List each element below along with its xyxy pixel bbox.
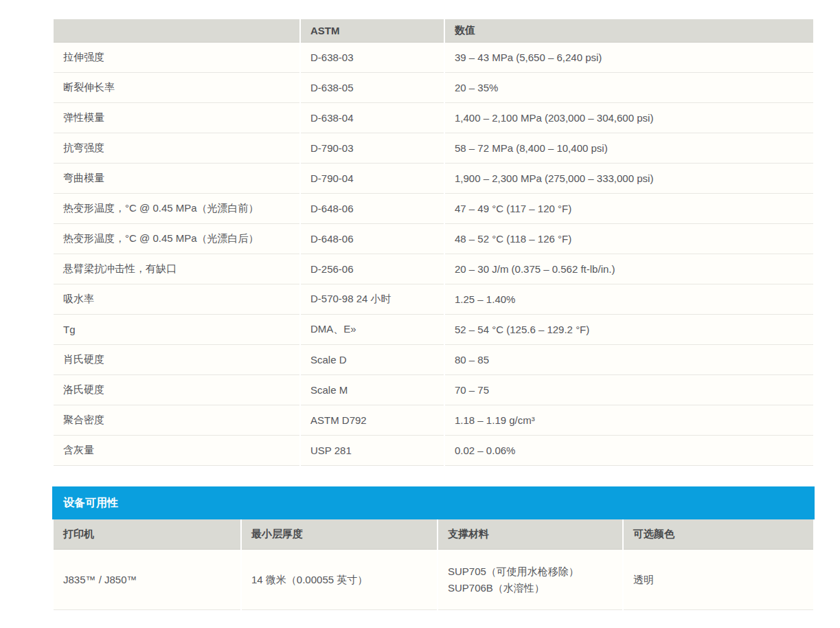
value-cell: 0.02 – 0.06% (445, 436, 813, 466)
value-cell: 1,400 – 2,100 MPa (203,000 – 304,600 psi… (445, 103, 813, 133)
astm-cell: USP 281 (301, 436, 444, 466)
printer-column-header: 打印机 (54, 519, 240, 550)
table-row: 含灰量USP 2810.02 – 0.06% (54, 436, 813, 466)
value-cell: 70 – 75 (445, 375, 813, 405)
astm-cell: D-256-06 (301, 254, 444, 284)
support-material-column-header: 支撑材料 (438, 519, 622, 550)
table-row: TgDMA、E»52 – 54 °C (125.6 – 129.2 °F) (54, 315, 813, 345)
astm-cell: D-648-06 (301, 224, 444, 254)
table-row: 断裂伸长率D-638-0520 – 35% (54, 73, 813, 103)
table-row: 热变形温度，°C @ 0.45 MPa（光漂白前）D-648-0647 – 49… (54, 194, 813, 224)
astm-cell: Scale M (301, 375, 444, 405)
astm-column-header: ASTM (301, 19, 444, 43)
table-row: 悬臂梁抗冲击性，有缺口D-256-0620 – 30 J/m (0.375 – … (54, 254, 813, 284)
property-column-header (54, 19, 299, 43)
value-cell: 1.18 – 1.19 g/cm³ (445, 405, 813, 436)
property-name-cell: 抗弯强度 (54, 133, 299, 164)
astm-cell: D-638-04 (301, 103, 444, 133)
table-row: J835™ / J850™14 微米（0.00055 英寸）SUP705（可使用… (54, 550, 813, 610)
table-row: 洛氏硬度Scale M70 – 75 (54, 375, 813, 405)
value-cell: 1,900 – 2,300 MPa (275,000 – 333,000 psi… (445, 164, 813, 194)
value-cell: 80 – 85 (445, 345, 813, 375)
astm-cell: D-570-98 24 小时 (301, 284, 444, 315)
property-name-cell: 拉伸强度 (54, 43, 299, 73)
astm-cell: D-790-03 (301, 133, 444, 164)
value-cell: 20 – 35% (445, 73, 813, 103)
table-row: 拉伸强度D-638-0339 – 43 MPa (5,650 – 6,240 p… (54, 43, 813, 73)
table-row: 肖氏硬度Scale D80 – 85 (54, 345, 813, 375)
value-cell: 20 – 30 J/m (0.375 – 0.562 ft-lb/in.) (445, 254, 813, 284)
colors-cell: 透明 (624, 550, 813, 610)
value-cell: 58 – 72 MPa (8,400 – 10,400 psi) (445, 133, 813, 164)
colors-column-header: 可选颜色 (624, 519, 813, 550)
section-spacer (52, 466, 815, 486)
properties-table-body: 拉伸强度D-638-0339 – 43 MPa (5,650 – 6,240 p… (54, 43, 813, 466)
property-name-cell: 悬臂梁抗冲击性，有缺口 (54, 254, 299, 284)
properties-header-row: ASTM 数值 (54, 19, 813, 43)
equipment-availability-table: 打印机 最小层厚度 支撑材料 可选颜色 J835™ / J850™14 微米（0… (52, 519, 815, 610)
table-row: 弯曲模量D-790-041,900 – 2,300 MPa (275,000 –… (54, 164, 813, 194)
table-row: 热变形温度，°C @ 0.45 MPa（光漂白后）D-648-0648 – 52… (54, 224, 813, 254)
material-properties-table: ASTM 数值 拉伸强度D-638-0339 – 43 MPa (5,650 –… (52, 19, 815, 466)
availability-section-title: 设备可用性 (63, 496, 118, 511)
astm-cell: D-648-06 (301, 194, 444, 224)
min-layer-cell: 14 微米（0.00055 英寸） (242, 550, 437, 610)
property-name-cell: 弯曲模量 (54, 164, 299, 194)
availability-section-header: 设备可用性 (52, 486, 815, 519)
astm-cell: D-638-03 (301, 43, 444, 73)
datasheet-page: ASTM 数值 拉伸强度D-638-0339 – 43 MPa (5,650 –… (52, 19, 815, 610)
value-column-header: 数值 (445, 19, 813, 43)
table-row: 吸水率D-570-98 24 小时1.25 – 1.40% (54, 284, 813, 315)
property-name-cell: 吸水率 (54, 284, 299, 315)
property-name-cell: 热变形温度，°C @ 0.45 MPa（光漂白后） (54, 224, 299, 254)
property-name-cell: 断裂伸长率 (54, 73, 299, 103)
property-name-cell: 肖氏硬度 (54, 345, 299, 375)
support-material-line: SUP706B（水溶性） (448, 580, 613, 596)
property-name-cell: 热变形温度，°C @ 0.45 MPa（光漂白前） (54, 194, 299, 224)
astm-cell: DMA、E» (301, 315, 444, 345)
support-material-line: SUP705（可使用水枪移除） (448, 563, 613, 579)
property-name-cell: 含灰量 (54, 436, 299, 466)
property-name-cell: 弹性模量 (54, 103, 299, 133)
table-row: 抗弯强度D-790-0358 – 72 MPa (8,400 – 10,400 … (54, 133, 813, 164)
value-cell: 47 – 49 °C (117 – 120 °F) (445, 194, 813, 224)
property-name-cell: 聚合密度 (54, 405, 299, 436)
astm-cell: D-638-05 (301, 73, 444, 103)
min-layer-column-header: 最小层厚度 (242, 519, 437, 550)
availability-table-body: J835™ / J850™14 微米（0.00055 英寸）SUP705（可使用… (54, 550, 813, 610)
value-cell: 39 – 43 MPa (5,650 – 6,240 psi) (445, 43, 813, 73)
value-cell: 48 – 52 °C (118 – 126 °F) (445, 224, 813, 254)
property-name-cell: Tg (54, 315, 299, 345)
astm-cell: D-790-04 (301, 164, 444, 194)
property-name-cell: 洛氏硬度 (54, 375, 299, 405)
printer-cell: J835™ / J850™ (54, 550, 240, 610)
astm-cell: ASTM D792 (301, 405, 444, 436)
table-row: 聚合密度ASTM D7921.18 – 1.19 g/cm³ (54, 405, 813, 436)
value-cell: 52 – 54 °C (125.6 – 129.2 °F) (445, 315, 813, 345)
availability-header-row: 打印机 最小层厚度 支撑材料 可选颜色 (54, 519, 813, 550)
support-material-cell: SUP705（可使用水枪移除）SUP706B（水溶性） (438, 550, 622, 610)
value-cell: 1.25 – 1.40% (445, 284, 813, 315)
table-row: 弹性模量D-638-041,400 – 2,100 MPa (203,000 –… (54, 103, 813, 133)
astm-cell: Scale D (301, 345, 444, 375)
